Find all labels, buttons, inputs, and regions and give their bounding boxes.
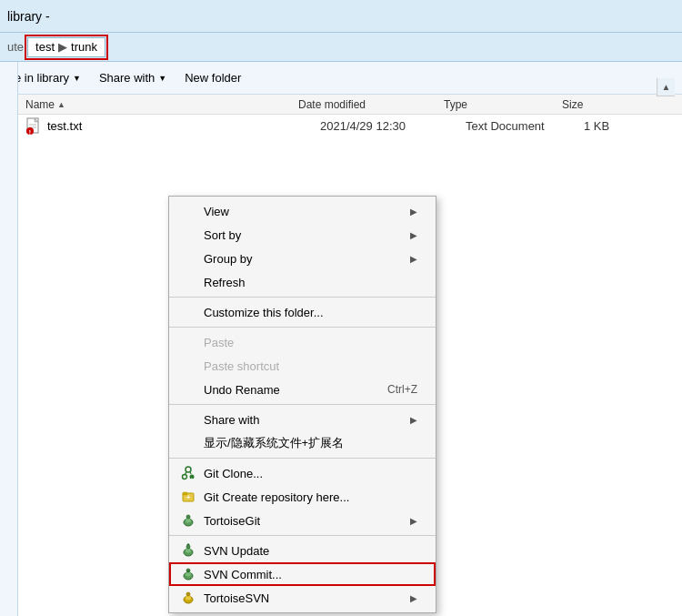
left-sidebar <box>0 62 18 616</box>
column-name[interactable]: Name ▲ <box>25 98 298 111</box>
git-create-label: Git Create repository here... <box>204 490 349 504</box>
tortoisegit-icon <box>180 512 196 529</box>
view-label: View <box>204 205 229 218</box>
include-in-library-label: e in library <box>15 71 69 85</box>
paste-shortcut-icon <box>180 358 196 374</box>
group-by-icon <box>180 250 196 267</box>
context-menu-item-tortoisesvn[interactable]: TortoiseSVN ▶ <box>169 586 436 610</box>
tortoisesvn-arrow: ▶ <box>410 593 417 603</box>
svg-line-8 <box>186 472 187 475</box>
context-menu-item-customize[interactable]: Customize this folder... <box>169 300 436 324</box>
context-menu-item-git-create[interactable]: + Git Create repository here... <box>169 485 436 509</box>
undo-rename-icon <box>180 381 196 398</box>
svn-update-icon <box>180 542 196 559</box>
address-prefix: ute <box>7 40 24 54</box>
top-bar: library - <box>0 0 682 33</box>
breadcrumb-test: test <box>35 40 55 54</box>
new-folder-label: New folder <box>185 71 241 85</box>
file-name: test.txt <box>47 119 320 133</box>
column-type[interactable]: Type <box>444 98 562 111</box>
customize-icon <box>180 304 196 320</box>
context-menu-item-svn-commit[interactable]: SVN Commit... <box>169 562 436 586</box>
breadcrumb-path[interactable]: test ▶ trunk <box>27 37 105 57</box>
svn-update-label: SVN Update <box>204 544 269 558</box>
sort-arrow-name: ▲ <box>57 100 65 109</box>
tortoisegit-label: TortoiseGit <box>204 514 260 528</box>
sort-by-label: Sort by <box>204 228 241 242</box>
git-create-icon: + <box>180 489 196 505</box>
address-bar: ute test ▶ trunk <box>0 33 682 62</box>
file-list: ! test.txt 2021/4/29 12:30 Text Document… <box>18 115 682 206</box>
file-date: 2021/4/29 12:30 <box>320 119 466 133</box>
sort-by-icon <box>180 227 196 243</box>
context-menu-item-paste-shortcut[interactable]: Paste shortcut <box>169 354 436 378</box>
refresh-icon <box>180 274 196 290</box>
tortoisegit-arrow: ▶ <box>410 516 417 526</box>
column-size[interactable]: Size <box>562 98 635 111</box>
svg-text:+: + <box>186 493 191 501</box>
undo-rename-label: Undo Rename <box>204 383 280 397</box>
context-menu-item-svn-update[interactable]: SVN Update <box>169 539 436 562</box>
svg-text:+: + <box>191 476 194 481</box>
include-in-library-button[interactable]: e in library ▼ <box>7 67 88 88</box>
separator-5 <box>169 535 436 536</box>
context-menu-item-undo-rename[interactable]: Undo Rename Ctrl+Z <box>169 378 436 401</box>
context-menu-item-share-with[interactable]: Share with ▶ <box>169 408 436 431</box>
separator-1 <box>169 297 436 298</box>
share-with-button[interactable]: Share with ▼ <box>92 67 174 88</box>
show-hide-label: 显示/隐藏系统文件+扩展名 <box>204 435 344 451</box>
file-type: Text Document <box>466 119 584 133</box>
svg-point-20 <box>186 545 190 549</box>
table-row[interactable]: ! test.txt 2021/4/29 12:30 Text Document… <box>18 115 682 136</box>
share-with-ctx-label: Share with <box>204 413 259 427</box>
context-menu-item-refresh[interactable]: Refresh <box>169 270 436 294</box>
svg-point-7 <box>183 475 187 480</box>
share-with-arrow: ▶ <box>410 415 417 425</box>
toolbar: e in library ▼ Share with ▼ New folder ▲ <box>0 62 682 95</box>
column-headers: Name ▲ Date modified Type Size <box>18 95 682 115</box>
svn-commit-label: SVN Commit... <box>204 568 282 581</box>
group-by-arrow: ▶ <box>410 254 417 264</box>
context-menu-item-show-hide[interactable]: 显示/隐藏系统文件+扩展名 <box>169 431 436 455</box>
svn-commit-icon <box>180 566 196 582</box>
svg-point-6 <box>186 467 191 472</box>
view-icon <box>180 203 196 219</box>
paste-icon <box>180 334 196 350</box>
file-icon-svn-conflict: ! <box>25 117 42 134</box>
context-menu-item-sort-by[interactable]: Sort by ▶ <box>169 223 436 247</box>
git-clone-label: Git Clone... <box>204 467 263 480</box>
toolbar-collapse-arrow[interactable]: ▲ <box>657 78 675 96</box>
column-date-modified[interactable]: Date modified <box>298 98 444 111</box>
context-menu-item-paste[interactable]: Paste <box>169 330 436 354</box>
context-menu-item-group-by[interactable]: Group by ▶ <box>169 247 436 270</box>
svg-point-17 <box>186 515 190 519</box>
group-by-label: Group by <box>204 252 252 266</box>
file-size: 1 KB <box>584 119 657 133</box>
separator-2 <box>169 327 436 328</box>
show-hide-icon <box>180 435 196 451</box>
separator-4 <box>169 458 436 459</box>
undo-rename-shortcut: Ctrl+Z <box>387 383 417 396</box>
breadcrumb-arrow-1: ▶ <box>58 40 67 54</box>
svg-point-26 <box>186 592 190 596</box>
context-menu-item-view[interactable]: View ▶ <box>169 199 436 223</box>
view-arrow: ▶ <box>410 207 417 217</box>
library-label: library - <box>7 9 50 24</box>
context-menu-item-git-clone[interactable]: + Git Clone... <box>169 461 436 485</box>
svg-text:!: ! <box>29 129 31 136</box>
breadcrumb-trunk: trunk <box>71 40 97 54</box>
refresh-label: Refresh <box>204 276 246 289</box>
separator-3 <box>169 404 436 405</box>
sort-by-arrow: ▶ <box>410 230 417 240</box>
customize-label: Customize this folder... <box>204 306 324 319</box>
share-dropdown-arrow: ▼ <box>158 74 166 83</box>
tortoisesvn-icon <box>180 590 196 606</box>
tortoisesvn-label: TortoiseSVN <box>204 591 269 605</box>
context-menu: View ▶ Sort by ▶ Group by ▶ Refresh Cust… <box>168 196 436 613</box>
git-clone-icon: + <box>180 465 196 481</box>
share-with-label: Share with <box>99 71 155 85</box>
paste-shortcut-label: Paste shortcut <box>204 359 279 373</box>
share-with-ctx-icon <box>180 411 196 428</box>
new-folder-button[interactable]: New folder <box>177 67 248 88</box>
context-menu-item-tortoisegit[interactable]: TortoiseGit ▶ <box>169 509 436 532</box>
